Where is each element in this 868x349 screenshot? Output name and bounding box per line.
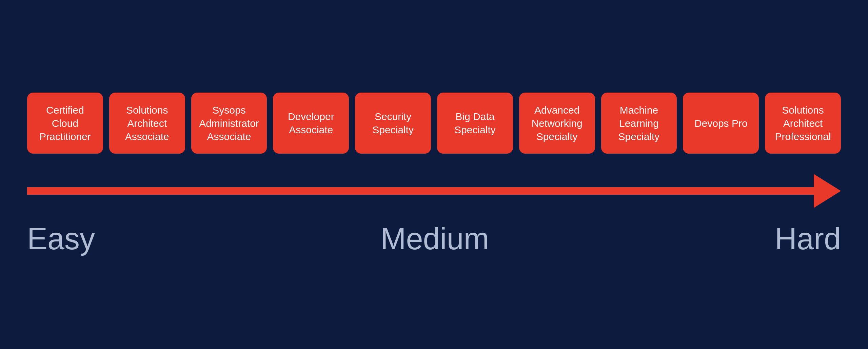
main-container: Certified Cloud PractitionerSolutions Ar…	[0, 93, 868, 256]
card-solutions-architect-professional: Solutions Architect Professional	[765, 93, 841, 154]
card-machine-learning-specialty: Machine Learning Specialty	[601, 93, 677, 154]
card-developer-associate: Developer Associate	[273, 93, 349, 154]
labels-inner: Easy Medium Hard	[27, 221, 841, 256]
hard-label: Hard	[775, 221, 841, 256]
card-big-data-specialty: Big Data Specialty	[437, 93, 513, 154]
difficulty-arrow-line	[27, 187, 814, 195]
difficulty-arrow-head	[814, 174, 841, 208]
card-devops-pro: Devops Pro	[683, 93, 759, 154]
card-security-specialty: Security Specialty	[355, 93, 431, 154]
arrow-row	[20, 174, 848, 208]
card-advanced-networking-specialty: Advanced Networking Specialty	[519, 93, 595, 154]
card-solutions-architect-associate: Solutions Architect Associate	[109, 93, 185, 154]
labels-wrapper: Easy Medium Hard	[20, 221, 848, 256]
card-sysops-administrator-associate: Sysops Administrator Associate	[191, 93, 267, 154]
cards-row: Certified Cloud PractitionerSolutions Ar…	[20, 93, 848, 154]
medium-label: Medium	[380, 221, 489, 256]
card-certified-cloud-practitioner: Certified Cloud Practitioner	[27, 93, 103, 154]
easy-label: Easy	[27, 221, 95, 256]
